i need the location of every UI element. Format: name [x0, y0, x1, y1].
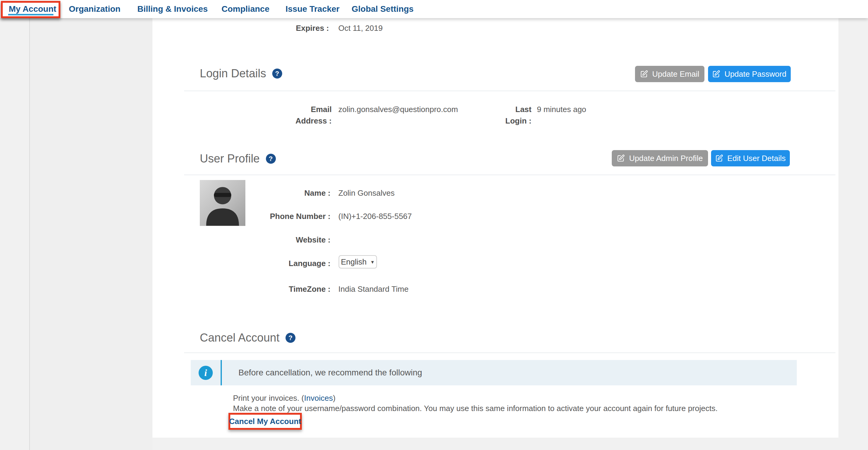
update-password-button[interactable]: Update Password: [708, 66, 791, 82]
edit-user-details-label: Edit User Details: [727, 154, 786, 163]
info-icon: i: [198, 366, 213, 380]
person-silhouette-icon: [200, 180, 245, 226]
cancel-account-title: Cancel Account: [200, 331, 279, 344]
top-navigation: My Account Organization Billing & Invoic…: [0, 0, 868, 18]
chevron-down-icon: ▼: [370, 260, 375, 265]
settings-sidebar: [30, 18, 152, 450]
print-invoices-text: Print your invoices. (: [233, 393, 304, 402]
last-login-label: Last Login :: [495, 103, 531, 126]
tab-global-settings[interactable]: Global Settings: [351, 0, 413, 18]
expires-value: Oct 11, 2019: [338, 22, 383, 34]
edit-icon: [715, 154, 723, 162]
email-address-value: zolin.gonsalves@questionpro.com: [338, 103, 458, 115]
username-password-note: Make a note of your username/password co…: [233, 404, 718, 413]
update-admin-profile-button[interactable]: Update Admin Profile: [612, 150, 708, 167]
edit-icon: [640, 70, 648, 78]
help-icon[interactable]: ?: [285, 333, 296, 343]
page-background-left: [0, 18, 29, 450]
cancellation-info-box: i Before cancellation, we recommend the …: [191, 360, 797, 385]
language-select[interactable]: English ▼: [339, 255, 377, 269]
update-email-button[interactable]: Update Email: [635, 66, 705, 82]
info-box-title: Before cancellation, we recommend the fo…: [239, 360, 422, 385]
email-address-label: Email Address :: [280, 103, 332, 126]
info-box-accent-line: [221, 360, 222, 385]
cancel-account-heading: Cancel Account ?: [200, 331, 296, 344]
user-profile-title: User Profile: [200, 152, 260, 165]
tab-organization[interactable]: Organization: [69, 0, 120, 18]
update-password-label: Update Password: [724, 69, 786, 79]
section-divider: [184, 353, 835, 353]
user-profile-heading: User Profile ?: [200, 152, 276, 165]
expires-label: Expires :: [239, 22, 329, 34]
edit-icon: [617, 154, 625, 162]
print-invoices-text-suffix: ): [333, 393, 336, 402]
print-invoices-line: Print your invoices. (Invoices): [233, 393, 336, 403]
edit-user-details-button[interactable]: Edit User Details: [711, 150, 790, 167]
active-tab-underline: [8, 14, 54, 16]
phone-number-value: (IN)+1-206-855-5567: [338, 210, 412, 222]
last-login-value: 9 minutes ago: [537, 103, 586, 115]
update-email-label: Update Email: [652, 69, 699, 79]
tab-billing-invoices[interactable]: Billing & Invoices: [137, 0, 208, 18]
edit-icon: [712, 70, 720, 78]
section-divider: [184, 91, 835, 91]
profile-photo: [200, 180, 245, 226]
tab-issue-tracker[interactable]: Issue Tracker: [285, 0, 340, 18]
timezone-value: India Standard Time: [338, 283, 409, 295]
phone-number-label: Phone Number :: [255, 210, 331, 222]
language-label: Language :: [255, 258, 331, 269]
login-details-heading: Login Details ?: [200, 67, 282, 80]
help-icon[interactable]: ?: [272, 68, 282, 79]
section-divider: [184, 175, 835, 175]
timezone-label: TimeZone :: [255, 283, 331, 295]
annotation-box-cancel-my-account: Cancel My Account: [228, 413, 302, 430]
my-account-panel: Expires : Oct 11, 2019 Login Details ? U…: [152, 18, 838, 438]
website-label: Website :: [255, 234, 331, 245]
help-icon[interactable]: ?: [266, 154, 276, 164]
name-label: Name :: [255, 187, 331, 199]
language-selected-value: English: [341, 257, 366, 267]
invoices-link[interactable]: Invoices: [304, 393, 333, 402]
cancel-my-account-link[interactable]: Cancel My Account: [229, 417, 301, 426]
tab-my-account[interactable]: My Account: [9, 0, 56, 18]
login-details-title: Login Details: [200, 67, 266, 80]
name-value: Zolin Gonsalves: [338, 187, 395, 199]
update-admin-profile-label: Update Admin Profile: [629, 154, 703, 163]
tab-compliance[interactable]: Compliance: [221, 0, 270, 18]
